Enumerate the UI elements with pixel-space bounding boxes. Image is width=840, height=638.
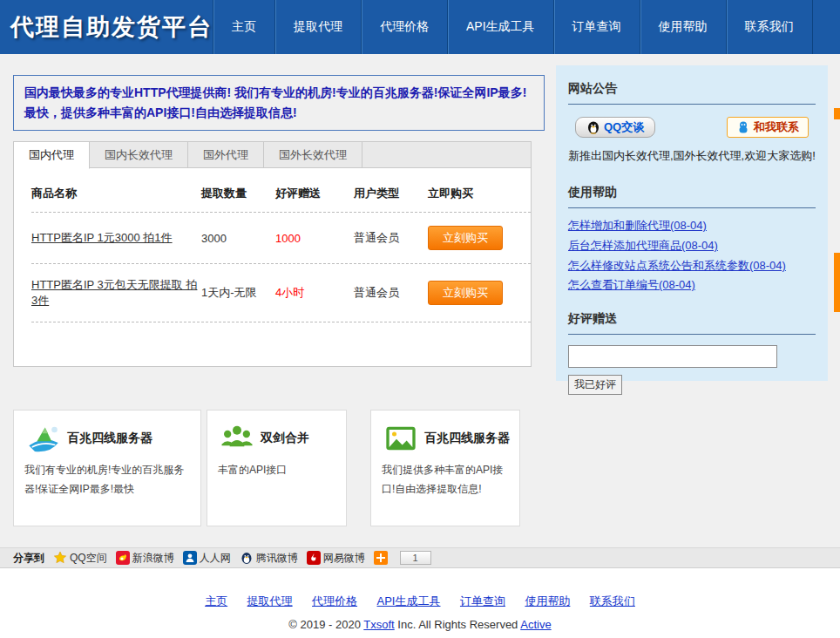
- nav-home[interactable]: 主页: [213, 0, 274, 54]
- share-item-label: 网易微博: [323, 551, 365, 566]
- contact-me-button[interactable]: 和我联系: [727, 117, 809, 138]
- qzone-icon: [53, 551, 67, 565]
- share-item-label: QQ空间: [70, 551, 107, 566]
- contact-me-label: 和我联系: [754, 119, 799, 135]
- quantity-cell: 3000: [201, 232, 275, 245]
- feature-head: 百兆四线服务器: [24, 421, 190, 456]
- product-section: 国内代理 国内长效代理 国外代理 国外长效代理 商品名称 提取数量 好评赠送 用…: [13, 141, 532, 367]
- feature-desc: 丰富的API接口: [218, 461, 335, 480]
- renren-icon: [183, 551, 197, 565]
- help-links: 怎样增加和删除代理(08-04) 后台怎样添加代理商品(08-04) 怎么样修改…: [568, 216, 816, 295]
- col-header-usertype: 用户类型: [354, 186, 428, 201]
- col-header-name: 商品名称: [31, 186, 201, 201]
- bonus-title: 好评赠送: [568, 304, 816, 335]
- wangwang-icon: [736, 120, 750, 134]
- tab-foreign-proxy[interactable]: 国外代理: [188, 142, 264, 167]
- table-header-row: 商品名称 提取数量 好评赠送 用户类型 立即购买: [31, 173, 531, 213]
- buy-cell: 立刻购买: [428, 226, 524, 250]
- share-more-button[interactable]: [374, 551, 388, 565]
- footer-link-api-tool[interactable]: API生成工具: [377, 594, 441, 607]
- share-netease-weibo[interactable]: 网易微博: [307, 551, 365, 566]
- share-qzone[interactable]: QQ空间: [53, 551, 107, 566]
- feature-boxes: 百兆四线服务器 我们有专业的机房!专业的百兆服务器!保证全网IP最多!最快 双剑…: [13, 410, 520, 526]
- sidebar: 网站公告 QQ交谈 和我: [556, 65, 828, 381]
- product-name-cell: HTTP匿名IP 1元3000 拍1件: [31, 230, 201, 246]
- product-table: 商品名称 提取数量 好评赠送 用户类型 立即购买 HTTP匿名IP 1元3000…: [13, 167, 532, 367]
- notice-box: 国内最快最多的专业HTTP代理提供商! 我们有专业的机房!专业的百兆服务器!保证…: [13, 75, 545, 131]
- usertype-cell: 普通会员: [354, 285, 428, 301]
- bonus-input[interactable]: [568, 345, 777, 368]
- scrollbar-marker[interactable]: [834, 108, 840, 119]
- help-link-add-product[interactable]: 后台怎样添加代理商品(08-04): [568, 236, 816, 256]
- scrollbar-marker[interactable]: [834, 253, 840, 312]
- picture-icon: [382, 421, 420, 456]
- share-label: 分享到: [13, 551, 44, 566]
- contact-buttons: QQ交谈 和我联系: [568, 117, 816, 138]
- col-header-bonus: 好评赠送: [275, 186, 354, 201]
- header: 代理自助发货平台 主页 提取代理 代理价格 API生成工具 订单查询 使用帮助 …: [0, 0, 840, 54]
- announcement-title: 网站公告: [568, 74, 816, 105]
- share-sina-weibo[interactable]: 新浪微博: [116, 551, 174, 566]
- usertype-cell: 普通会员: [354, 230, 428, 246]
- txsoft-link[interactable]: Txsoft: [363, 618, 394, 631]
- feature-head: 百兆四线服务器: [382, 421, 509, 456]
- share-count: 1: [400, 551, 431, 565]
- product-link[interactable]: HTTP匿名IP 3元包天无限提取 拍3件: [31, 278, 197, 307]
- feature-head: 双剑合并: [218, 421, 335, 456]
- site-logo: 代理自助发货平台: [0, 0, 213, 54]
- help-link-order-number[interactable]: 怎么查看订单编号(08-04): [568, 275, 816, 295]
- sina-weibo-icon: [116, 551, 130, 565]
- table-row: HTTP匿名IP 1元3000 拍1件 3000 1000 普通会员 立刻购买: [31, 213, 531, 264]
- tencent-weibo-icon: [240, 551, 254, 565]
- buy-now-button[interactable]: 立刻购买: [428, 281, 503, 305]
- share-renren[interactable]: 人人网: [183, 551, 231, 566]
- nav-proxy-price[interactable]: 代理价格: [361, 0, 447, 54]
- footer-link-extract-proxy[interactable]: 提取代理: [247, 594, 293, 607]
- help-link-add-delete-proxy[interactable]: 怎样增加和删除代理(08-04): [568, 216, 816, 236]
- bonus-cell: 4小时: [275, 285, 354, 301]
- footer-link-contact[interactable]: 联系我们: [590, 594, 635, 607]
- nav-contact[interactable]: 联系我们: [726, 0, 813, 54]
- feature-desc: 我们提供多种丰富的API接口!自由选择提取信息!: [382, 461, 509, 499]
- bonus-cell: 1000: [275, 232, 354, 245]
- help-title: 使用帮助: [568, 178, 816, 208]
- feature-desc: 我们有专业的机房!专业的百兆服务器!保证全网IP最多!最快: [24, 461, 190, 499]
- feature-title: 百兆四线服务器: [67, 431, 152, 446]
- col-header-quantity: 提取数量: [201, 186, 275, 201]
- tab-bar: 国内代理 国内长效代理 国外代理 国外长效代理: [13, 141, 532, 168]
- qq-chat-label: QQ交谈: [604, 119, 644, 135]
- share-item-label: 腾讯微博: [256, 551, 298, 566]
- footer: 主页 提取代理 代理价格 API生成工具 订单查询 使用帮助 联系我们 © 20…: [0, 568, 840, 638]
- nav-api-tool[interactable]: API生成工具: [447, 0, 553, 54]
- tab-domestic-long-proxy[interactable]: 国内长效代理: [90, 142, 188, 167]
- quantity-cell: 1天内-无限: [201, 285, 275, 301]
- tab-domestic-proxy[interactable]: 国内代理: [14, 142, 90, 169]
- buy-cell: 立刻购买: [428, 281, 524, 305]
- help-link-modify-site[interactable]: 怎么样修改站点系统公告和系统参数(08-04): [568, 256, 816, 276]
- footer-links: 主页 提取代理 代理价格 API生成工具 订单查询 使用帮助 联系我们: [0, 593, 840, 609]
- qq-chat-button[interactable]: QQ交谈: [575, 117, 655, 138]
- footer-link-home[interactable]: 主页: [205, 594, 227, 607]
- netease-weibo-icon: [307, 551, 321, 565]
- product-link[interactable]: HTTP匿名IP 1元3000 拍1件: [31, 231, 173, 244]
- feature-box-api: 双剑合并 丰富的API接口: [207, 410, 347, 526]
- footer-link-help[interactable]: 使用帮助: [525, 594, 570, 607]
- footer-link-proxy-price[interactable]: 代理价格: [312, 594, 357, 607]
- server-rocket-icon: [24, 421, 63, 456]
- nav-extract-proxy[interactable]: 提取代理: [274, 0, 361, 54]
- bonus-submit-button[interactable]: 我已好评: [568, 375, 622, 395]
- footer-link-order-query[interactable]: 订单查询: [460, 594, 505, 607]
- notice-text: 国内最快最多的专业HTTP代理提供商! 我们有专业的机房!专业的百兆服务器!保证…: [24, 85, 526, 119]
- active-link[interactable]: Active: [520, 618, 551, 631]
- share-item-label: 新浪微博: [132, 551, 174, 566]
- feature-box-richapi: 百兆四线服务器 我们提供多种丰富的API接口!自由选择提取信息!: [370, 410, 520, 526]
- feature-title: 百兆四线服务器: [424, 431, 510, 446]
- share-tencent-weibo[interactable]: 腾讯微博: [240, 551, 298, 566]
- tab-foreign-long-proxy[interactable]: 国外长效代理: [264, 142, 362, 167]
- nav-help[interactable]: 使用帮助: [640, 0, 726, 54]
- copyright-mid: Inc. All Rights Reserved: [395, 618, 521, 631]
- nav-order-query[interactable]: 订单查询: [553, 0, 640, 54]
- buy-now-button[interactable]: 立刻购买: [428, 226, 503, 250]
- announcement-text: 新推出国内长效代理,国外长效代理,欢迎大家选购!: [568, 148, 816, 164]
- share-item-label: 人人网: [200, 551, 231, 566]
